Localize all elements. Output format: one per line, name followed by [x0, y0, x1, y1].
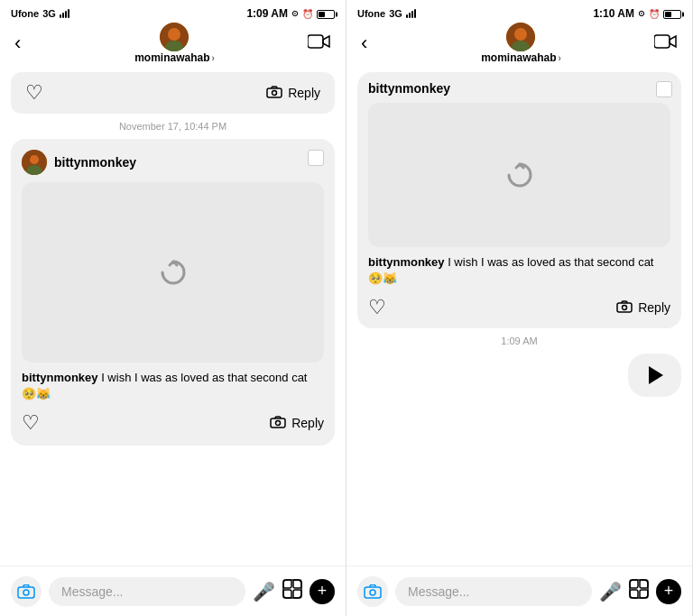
signal-icon-right: [406, 9, 416, 18]
status-right-left: 1:09 AM ⊙ ⏰: [246, 7, 335, 20]
card-actions-left: ♡ Reply: [22, 411, 324, 435]
svg-rect-4: [267, 88, 282, 97]
play-button-right[interactable]: [628, 354, 681, 397]
message-placeholder-right: Message...: [408, 584, 469, 599]
alarm-icon-left: ⏰: [302, 9, 313, 19]
plus-button-left[interactable]: +: [310, 579, 335, 604]
nav-center-left[interactable]: mominawahab ›: [134, 23, 215, 64]
card-checkbox-left[interactable]: [308, 150, 324, 166]
message-placeholder-left: Message...: [61, 584, 123, 599]
screen-right: Ufone 3G 1:10 AM ⊙ ⏰ ‹: [346, 0, 693, 616]
nav-bar-right: ‹ mominawahab ›: [346, 25, 692, 65]
timestamp-left: November 17, 10:44 PM: [11, 121, 335, 132]
card-top-username-right: bittynmonkey: [368, 81, 450, 96]
avatar-right: [506, 23, 535, 51]
gallery-icon-left[interactable]: [282, 579, 302, 603]
camera-icon-card-left: [270, 416, 286, 431]
play-area-right: [357, 354, 681, 397]
time-left: 1:09 AM: [246, 7, 288, 20]
status-left-right: Ufone 3G: [357, 8, 416, 19]
svg-rect-21: [654, 35, 670, 48]
carrier-left: Ufone: [11, 8, 39, 19]
mic-icon-right[interactable]: 🎤: [599, 581, 622, 602]
play-triangle-icon: [649, 366, 663, 384]
heart-icon-card-left[interactable]: ♡: [22, 411, 40, 435]
reply-bar-left: ♡ Reply: [11, 72, 335, 114]
chevron-icon-left: ›: [212, 53, 215, 63]
camera-icon-top-left: [266, 86, 282, 101]
chat-content-right: bittynmonkey ✎ bittynmonkey I wish I was…: [346, 65, 692, 565]
media-placeholder-right: [368, 103, 670, 247]
battery-icon-right: [663, 8, 681, 19]
back-button-right[interactable]: ‹: [361, 32, 388, 55]
card-actions-right: ♡ Reply: [368, 296, 670, 319]
camera-icon-card-right: [616, 300, 633, 316]
svg-rect-24: [365, 587, 381, 598]
message-card-top-right: bittynmonkey ✎ bittynmonkey I wish I was…: [357, 72, 681, 328]
carrier-right: Ufone: [357, 8, 385, 19]
caption-username-left: bittynmonkey: [22, 371, 98, 384]
camera-button-left[interactable]: [11, 576, 42, 607]
status-bar-right: Ufone 3G 1:10 AM ⊙ ⏰: [346, 0, 692, 25]
message-input-right[interactable]: Message...: [395, 577, 592, 606]
signal-icon-left: [60, 9, 69, 18]
svg-point-19: [514, 28, 527, 41]
chat-content-left: ♡ Reply November 17, 10:44 PM: [0, 65, 346, 565]
reply-button-top-left[interactable]: Reply: [266, 86, 320, 101]
battery-icon-left: [317, 8, 335, 19]
card-top-checkbox-right[interactable]: [656, 81, 672, 97]
svg-rect-22: [617, 303, 632, 312]
media-placeholder-left: [22, 182, 324, 363]
video-icon-left[interactable]: [308, 33, 331, 54]
message-card-left: bittynmonkey › bittynmonkey I wish I was…: [11, 139, 335, 446]
card-user-left: bittynmonkey: [22, 150, 136, 175]
card-caption-right: bittynmonkey I wish I was as loved as th…: [368, 254, 670, 287]
svg-point-7: [30, 155, 39, 164]
svg-point-12: [23, 590, 29, 595]
nav-bar-left: ‹ mominawahab ›: [0, 25, 346, 65]
plus-button-right[interactable]: +: [656, 579, 681, 604]
network-right: 3G: [389, 8, 402, 19]
svg-point-5: [273, 90, 277, 95]
status-bar-left: Ufone 3G 1:09 AM ⊙ ⏰: [0, 0, 346, 25]
bottom-bar-left: Message... 🎤 +: [0, 565, 346, 616]
location-icon-left: ⊙: [291, 9, 299, 18]
message-input-left[interactable]: Message...: [49, 577, 245, 606]
location-icon-right: ⊙: [638, 9, 645, 18]
heart-icon-left[interactable]: ♡: [25, 81, 43, 105]
reply-label-card-right: Reply: [638, 300, 670, 315]
reply-label-top-left: Reply: [288, 86, 320, 100]
svg-point-10: [276, 420, 281, 425]
back-button-left[interactable]: ‹: [14, 32, 42, 55]
time-right: 1:10 AM: [593, 7, 634, 20]
reply-button-card-right[interactable]: Reply: [616, 300, 670, 316]
caption-username-right: bittynmonkey: [368, 255, 445, 269]
chevron-icon-right: ›: [559, 53, 561, 63]
status-left: Ufone 3G: [11, 8, 69, 19]
status-right-right: 1:10 AM ⊙ ⏰: [593, 7, 681, 20]
video-icon-right[interactable]: [654, 33, 678, 54]
avatar-left: [160, 23, 189, 51]
card-caption-left: bittynmonkey I wish I was as loved as th…: [22, 370, 324, 402]
card-username-left: bittynmonkey: [54, 155, 136, 170]
mic-icon-left[interactable]: 🎤: [253, 581, 275, 602]
card-header-left: bittynmonkey ›: [22, 150, 324, 175]
card-top-header-right: bittynmonkey ✎: [368, 81, 670, 96]
camera-button-right[interactable]: [357, 576, 388, 607]
network-left: 3G: [42, 8, 56, 19]
bottom-bar-right: Message... 🎤 +: [346, 565, 692, 616]
time-indicator-right: 1:09 AM: [357, 336, 681, 346]
nav-center-right[interactable]: mominawahab ›: [481, 23, 561, 64]
svg-rect-13: [283, 580, 301, 598]
svg-point-25: [370, 590, 375, 595]
heart-icon-card-right[interactable]: ♡: [368, 296, 386, 319]
svg-rect-11: [18, 587, 34, 598]
alarm-icon-right: ⏰: [649, 9, 660, 19]
svg-rect-3: [308, 35, 323, 48]
reply-button-card-left[interactable]: Reply: [270, 416, 324, 431]
svg-point-23: [623, 305, 627, 309]
screen-left: Ufone 3G 1:09 AM ⊙ ⏰ ‹: [0, 0, 346, 616]
gallery-icon-right[interactable]: [629, 579, 649, 603]
username-left: mominawahab ›: [134, 51, 215, 64]
reply-label-card-left: Reply: [291, 416, 324, 430]
